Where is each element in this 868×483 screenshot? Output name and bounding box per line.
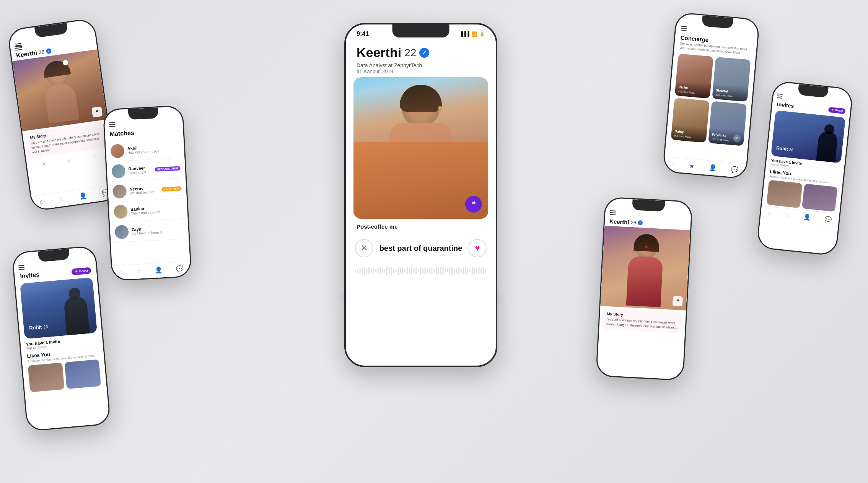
p3-verified: ✓ [419,48,429,58]
p1-x-icon[interactable]: ✕ [41,161,47,168]
p6-like-card-1 [28,363,65,392]
svg-rect-58 [485,269,486,273]
match-msg-ranveer: Send a text [129,170,152,175]
p3-status-icons: ▐▐▐ 📶 🔋 [459,31,485,37]
p3-swipe-row: ✕ best part of quarantine ♥ [346,233,496,263]
p1-nav-matches[interactable]: 👤 [79,192,87,200]
svg-rect-3 [362,267,363,274]
svg-rect-13 [384,269,385,273]
svg-rect-1 [357,269,358,273]
svg-rect-0 [355,270,356,272]
svg-rect-52 [472,267,473,275]
svg-rect-44 [454,268,455,273]
p2-nav-matches[interactable]: 👤 [155,266,163,274]
match-avatar-neerav [112,184,127,199]
p4-card-daisy[interactable]: Daisy 9.3 Kms Away [671,98,710,143]
p4-name-richa: Richa [678,85,688,90]
p7-invite-card[interactable]: Rohit 26 [771,110,846,163]
p1-nav-home[interactable]: ⌂ [39,198,44,205]
p4-name-daisy: Daisy [674,129,684,134]
p4-nav-home[interactable]: ⌂ [671,161,675,168]
p6-boost-btn[interactable]: ⚡ Boost [71,267,91,275]
svg-rect-38 [440,267,441,275]
match-avatar-akhil [110,144,125,158]
p3-profile-info: Keerthi 22 ✓ Data Analyst at ZephyrTech … [346,39,496,77]
svg-rect-40 [445,268,446,273]
phone-main-center: 9:41 ▐▐▐ 📶 🔋 Keerthi 22 ✓ Data Analyst a… [344,23,497,367]
svg-rect-10 [378,267,379,274]
p7-like-card-1 [767,180,803,208]
p1-star-icon[interactable]: ☆ [67,157,72,164]
p1-nav-star[interactable]: ☆ [58,195,65,203]
match-avatar-zayn [114,225,129,239]
svg-rect-5 [366,268,367,273]
svg-rect-11 [380,267,381,275]
p5-photo: ❝ [600,226,690,310]
svg-rect-15 [389,268,390,274]
svg-rect-55 [479,267,480,275]
p2-bottom-nav: ⌂ ☆ 👤 💬 [112,261,191,280]
svg-rect-43 [451,267,453,275]
p1-heart-icon[interactable]: ♡ [92,154,98,161]
p2-nav-home[interactable]: ⌂ [119,268,123,276]
svg-rect-45 [456,268,457,274]
p4-nav-matches[interactable]: 👤 [708,164,717,172]
p5-story-card: My Story I'm a vet and I love my job. I … [602,308,683,333]
p3-name: Keerthi [357,45,401,60]
p6-likes-section: Likes You Premium members can view all t… [21,345,107,394]
p3-like-btn[interactable]: ♥ [468,239,487,257]
svg-rect-42 [449,267,450,274]
p4-grid: Richa 4.5 Kms Away Sheetal 326 Kms Away … [666,53,756,146]
p6-invite-card[interactable]: Rohit 26 [20,277,97,339]
svg-rect-30 [422,268,423,274]
p3-dislike-btn[interactable]: ✕ [355,239,373,257]
svg-rect-54 [476,268,477,273]
svg-rect-39 [443,266,444,275]
svg-rect-50 [467,268,468,273]
p1-quote-icon: ❝ [91,106,103,117]
p3-swipe-text: best part of quarantine [378,244,464,253]
phone-profile-bottom-right: Keerthi 26 ✓ ❝ My Story I'm a vet and I … [596,197,693,381]
p6-boost-label: ⚡ Boost [75,269,88,273]
p4-nav-star[interactable]: ★ [689,162,695,170]
svg-rect-48 [462,267,464,274]
svg-rect-12 [382,268,383,273]
svg-rect-41 [447,269,448,272]
svg-rect-18 [396,269,397,272]
svg-rect-27 [415,267,417,274]
p3-caption: Post-coffee me [346,219,496,231]
p4-nav-chat[interactable]: 💬 [731,166,739,174]
p3-job: Data Analyst at ZephyrTech [357,62,485,68]
p5-name: Keerthi [609,218,630,226]
match-item-zayn[interactable]: Zayn No I have nt been di... [110,219,189,243]
svg-rect-23 [407,267,408,275]
p7-title: Invites [777,101,794,109]
svg-rect-47 [461,269,462,273]
p2-nav-star[interactable]: ☆ [136,267,142,275]
p1-name: Keerthi [16,49,37,59]
svg-rect-26 [413,268,414,273]
p2-nav-chat[interactable]: 💬 [176,265,184,273]
svg-rect-37 [438,268,439,274]
p1-verified: ✓ [46,48,52,54]
p4-card-sheetal[interactable]: Sheetal 326 Kms Away [712,57,751,102]
svg-rect-36 [436,267,437,275]
p7-boost-btn[interactable]: ⚡ Boost [828,107,846,114]
p7-nav-matches[interactable]: 👤 [803,213,811,221]
p7-nav-chat[interactable]: 💬 [824,216,832,223]
svg-rect-24 [409,268,410,273]
phone-invites-left: Invites ⚡ Boost Rohit 26 You have 1 Invi… [11,245,111,431]
p7-nav-star[interactable]: ☆ [785,211,790,219]
svg-rect-21 [402,267,403,274]
p5-quote-icon: ❝ [673,296,683,306]
svg-rect-6 [368,267,370,275]
p1-age: 26 [38,49,45,55]
p7-nav-home[interactable]: ⌂ [767,210,772,217]
p3-quote-btn[interactable]: ❝ [465,196,482,213]
p4-card-richa[interactable]: Richa 4.5 Kms Away [675,54,713,99]
svg-rect-57 [483,267,484,274]
p4-card-priyanka[interactable]: Priyanka 307 Kms Away 🔍 [708,101,747,146]
p5-story-text: I'm a vet and I love my job. I don't use… [606,317,679,330]
p3-edu: IIT Kanpur, 2019 [357,68,485,74]
p1-photo: ❝ [12,49,107,131]
